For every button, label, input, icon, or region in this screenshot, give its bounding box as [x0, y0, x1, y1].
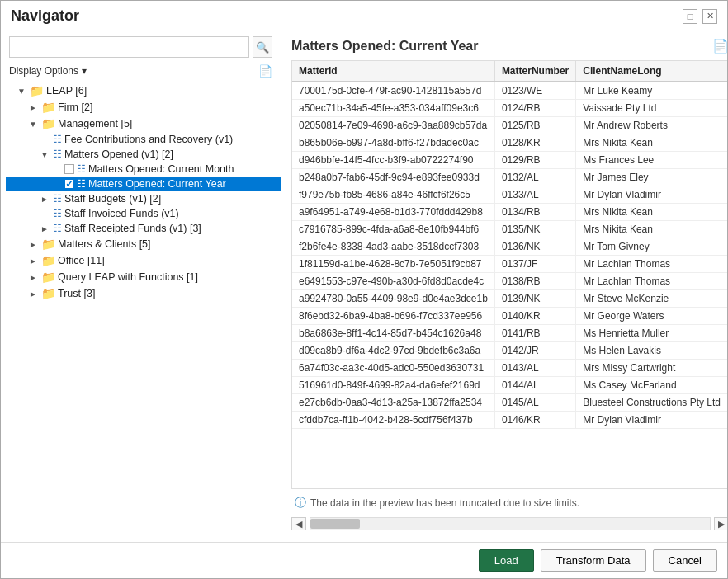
table-cell: Mrs Nikita Kean [576, 221, 727, 238]
search-row: 🔍 [1, 36, 281, 63]
tree-item-management[interactable]: ▼ 📁 Management [5] [6, 115, 281, 132]
tree-label: Matters Opened (v1) [2] [64, 148, 173, 160]
table-icon: ☷ [77, 178, 86, 190]
table-cell: 516961d0-849f-4699-82a4-da6efef2169d [292, 377, 494, 394]
table-cell: 0139/NK [494, 290, 575, 308]
tree-item-trust[interactable]: ► 📁 Trust [3] [6, 285, 281, 302]
display-options-icon[interactable]: 📄 [258, 64, 272, 78]
scrollbar-track[interactable] [310, 517, 711, 530]
table-cell: 0125/RB [494, 117, 575, 134]
table-cell: 02050814-7e09-4698-a6c9-3aa889cb57da [292, 117, 494, 134]
tree-item-staff-receipted[interactable]: ► ☷ Staff Receipted Funds (v1) [3] [6, 221, 281, 236]
tree-label: Management [5] [58, 118, 132, 129]
table-row: 02050814-7e09-4698-a6c9-3aa889cb57da0125… [292, 117, 727, 134]
preview-title: Matters Opened: Current Year [291, 39, 478, 54]
table-cell: 0135/NK [494, 221, 575, 238]
table-cell: Mr Luke Keamy [576, 82, 727, 100]
navigator-dialog: Navigator □ ✕ 🔍 Display Options ▾ 📄 [0, 0, 728, 579]
truncate-notice: ⓘ The data in the preview has been trunc… [291, 489, 727, 514]
chevron-icon: ► [29, 290, 39, 299]
table-cell: 0136/NK [494, 238, 575, 256]
table-cell: Mrs Nikita Kean [576, 204, 727, 221]
table-row: cfddb7ca-ff1b-4042-b428-5cdf756f437b0146… [292, 412, 727, 429]
scrollbar-thumb[interactable] [310, 519, 360, 529]
search-input[interactable] [9, 36, 249, 58]
table-row: d09ca8b9-df6a-4dc2-97cd-9bdefb6c3a6a0142… [292, 342, 727, 360]
search-button[interactable]: 🔍 [253, 36, 272, 58]
tree-item-office[interactable]: ► 📁 Office [11] [6, 252, 281, 269]
table-row: b8a6863e-8ff1-4c14-85d7-b454c1626a480141… [292, 325, 727, 342]
table-cell: Mr Tom Givney [576, 238, 727, 256]
table-cell: Ms Frances Lee [576, 152, 727, 169]
table-row: f2b6fe4e-8338-4ad3-aabe-3518dccf73030136… [292, 238, 727, 256]
folder-icon: 📁 [41, 117, 55, 130]
table-cell: Ms Helen Lavakis [576, 342, 727, 360]
table-cell: 1f81159d-a1be-4628-8c7b-7e5051f9cb87 [292, 256, 494, 273]
table-icon: ☷ [53, 148, 62, 160]
tree-item-staff-invoiced[interactable]: ☷ Staff Invoiced Funds (v1) [6, 206, 281, 221]
table-cell: 0129/RB [494, 152, 575, 169]
chevron-icon: ► [29, 273, 39, 282]
table-cell: f2b6fe4e-8338-4ad3-aabe-3518dccf7303 [292, 238, 494, 256]
table-cell: Mr Dylan Vladimir [576, 412, 727, 429]
tree-item-query-leap[interactable]: ► 📁 Query LEAP with Functions [1] [6, 269, 281, 285]
tree-label: Staff Receipted Funds (v1) [3] [64, 223, 201, 234]
table-cell: Mr Dylan Vladimir [576, 186, 727, 204]
table-row: b248a0b7-fab6-45df-9c94-e893fee0933d0132… [292, 169, 727, 186]
tree-item-fee-contrib[interactable]: ☷ Fee Contributions and Recovery (v1) [6, 132, 281, 147]
tree-item-matters-clients[interactable]: ► 📁 Matters & Clients [5] [6, 236, 281, 252]
tree-item-matters-month[interactable]: ☷ Matters Opened: Current Month [6, 162, 281, 177]
checkbox-checked-icon: ✓ [64, 179, 74, 189]
scroll-right-button[interactable]: ▶ [714, 517, 727, 530]
table-cell: 0145/AL [494, 394, 575, 412]
display-options-button[interactable]: Display Options ▾ [9, 65, 87, 77]
display-options-label-text: Display Options [9, 65, 78, 77]
folder-icon: 📁 [41, 101, 55, 114]
chevron-icon: ► [40, 195, 50, 204]
table-cell: 0146/KR [494, 412, 575, 429]
minimize-button[interactable]: □ [683, 9, 697, 24]
content-area: 🔍 Display Options ▾ 📄 ▼ 📁 LEAP [6] ► [1, 30, 727, 542]
chevron-icon: ▼ [40, 150, 50, 159]
table-cell: Ms Henrietta Muller [576, 325, 727, 342]
table-cell: b8a6863e-8ff1-4c14-85d7-b454c1626a48 [292, 325, 494, 342]
table-cell: Mr Steve McKenzie [576, 290, 727, 308]
scroll-left-button[interactable]: ◀ [291, 517, 306, 530]
table-row: e6491553-c97e-490b-a30d-6fd8d0acde4c0138… [292, 273, 727, 290]
horizontal-scrollbar: ◀ ▶ [291, 514, 727, 534]
tree-label: Office [11] [58, 255, 105, 266]
table-cell: Vaissade Pty Ltd [576, 100, 727, 117]
table-cell: 0133/AL [494, 186, 575, 204]
table-cell: 6a74f03c-aa3c-40d5-adc0-550ed3630731 [292, 360, 494, 377]
table-row: f979e75b-fb85-4686-a84e-46ffcf6f26c50133… [292, 186, 727, 204]
tree-item-leap[interactable]: ▼ 📁 LEAP [6] [6, 82, 281, 99]
col-header-clientnamelong: ClientNameLong [576, 61, 727, 82]
table-cell: Mr Lachlan Thomas [576, 273, 727, 290]
table-row: 1f81159d-a1be-4628-8c7b-7e5051f9cb870137… [292, 256, 727, 273]
table-row: b865b06e-b997-4a8d-bff6-f27bdadec0ac0128… [292, 134, 727, 152]
transform-data-button[interactable]: Transform Data [541, 549, 646, 572]
title-bar-controls: □ ✕ [683, 9, 717, 24]
info-icon: ⓘ [295, 496, 306, 511]
chevron-icon: ▼ [17, 87, 27, 96]
cancel-button[interactable]: Cancel [653, 549, 717, 572]
table-icon: ☷ [77, 163, 86, 175]
tree-label: Firm [2] [58, 101, 92, 113]
table-cell: a9f64951-a749-4e68-b1d3-770fddd429b8 [292, 204, 494, 221]
table-row: a50ec71b-34a5-45fe-a353-034aff09e3c60124… [292, 100, 727, 117]
display-options-row: Display Options ▾ 📄 [1, 63, 281, 82]
tree-item-matters-opened[interactable]: ▼ ☷ Matters Opened (v1) [2] [6, 147, 281, 162]
load-button[interactable]: Load [479, 549, 534, 572]
tree-item-firm[interactable]: ► 📁 Firm [2] [6, 99, 281, 115]
table-cell: d09ca8b9-df6a-4dc2-97cd-9bdefb6c3a6a [292, 342, 494, 360]
tree-item-matters-year[interactable]: ✓ ☷ Matters Opened: Current Year [6, 177, 281, 191]
table-row: a9924780-0a55-4409-98e9-d0e4ae3dce1b0139… [292, 290, 727, 308]
close-button[interactable]: ✕ [702, 9, 717, 24]
title-bar: Navigator □ ✕ [1, 1, 727, 30]
table-cell: 0134/RB [494, 204, 575, 221]
table-row: 516961d0-849f-4699-82a4-da6efef2169d0144… [292, 377, 727, 394]
preview-export-icon[interactable]: 📄 [712, 38, 727, 54]
tree-item-staff-budgets[interactable]: ► ☷ Staff Budgets (v1) [2] [6, 191, 281, 206]
tree-label: LEAP [6] [46, 85, 87, 96]
data-table: MatterId MatterNumber ClientNameLong 700… [292, 61, 727, 429]
